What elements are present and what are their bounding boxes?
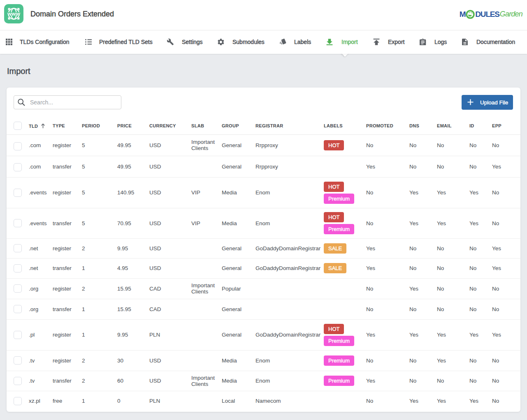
svg-text:www: www [7, 11, 21, 17]
